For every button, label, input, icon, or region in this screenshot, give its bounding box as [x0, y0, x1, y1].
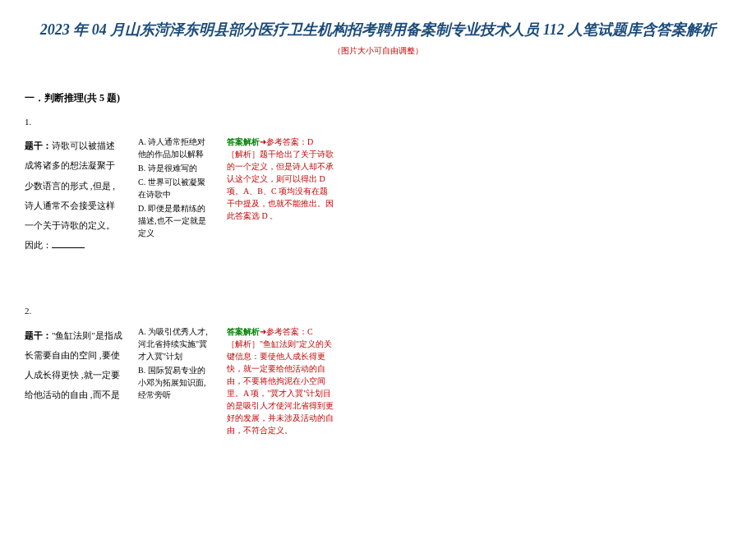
question-block: 题干："鱼缸法则"是指成长需要自由的空间 ,要使人成长得更快 ,就一定要给他活动…	[25, 325, 731, 436]
analysis-label: 答案解析	[227, 327, 260, 336]
question-stem: 题干："鱼缸法则"是指成长需要自由的空间 ,要使人成长得更快 ,就一定要给他活动…	[25, 325, 123, 405]
section-header: 一．判断推理(共 5 题)	[25, 90, 731, 106]
page-subtitle: （图片大小可自由调整）	[25, 44, 731, 58]
options-column: A. 为吸引优秀人才,河北省持续实施"冀才入冀"计划 B. 国际贸易专业的小邓为…	[138, 325, 212, 403]
analysis-label: 答案解析	[227, 137, 260, 146]
stem-text: 诗歌可以被描述成将诸多的想法凝聚于少数语言的形式 ,但是 ,诗人通常不会接受这样…	[25, 141, 115, 250]
question-stem: 题干：诗歌可以被描述成将诸多的想法凝聚于少数语言的形式 ,但是 ,诗人通常不会接…	[25, 136, 123, 255]
option-a: A. 诗人通常拒绝对他的作品加以解释	[138, 136, 212, 160]
option-b: B. 诗是很难写的	[138, 162, 212, 174]
analysis-body: ［解析］"鱼缸法则"定义的关键信息：要使他人成长得更快，就一定要给他活动的自由，…	[227, 338, 334, 436]
blank-line	[52, 238, 85, 248]
page-title: 2023 年 04 月山东菏泽东明县部分医疗卫生机构招考聘用备案制专业技术人员 …	[25, 16, 731, 43]
arrow-icon: ➜	[260, 137, 266, 146]
analysis-body: ［解析］题干给出了关于诗歌的一个定义，但是诗人却不承认这个定义，则可以得出 D …	[227, 148, 334, 222]
option-b: B. 国际贸易专业的小邓为拓展知识面,经常旁听	[138, 364, 212, 401]
stem-label: 题干：	[25, 141, 52, 150]
question-number: 1.	[25, 115, 731, 130]
option-a: A. 为吸引优秀人才,河北省持续实施"冀才入冀"计划	[138, 325, 212, 362]
option-d: D. 即便是最精练的描述,也不一定就是定义	[138, 202, 212, 239]
stem-label: 题干：	[25, 330, 52, 340]
analysis-column: 答案解析➜参考答案：D ［解析］题干给出了关于诗歌的一个定义，但是诗人却不承认这…	[227, 136, 334, 222]
answer-text: 参考答案：D	[266, 137, 313, 146]
analysis-column: 答案解析➜参考答案：C ［解析］"鱼缸法则"定义的关键信息：要使他人成长得更快，…	[227, 325, 334, 436]
answer-text: 参考答案：C	[266, 327, 313, 336]
arrow-icon: ➜	[260, 327, 266, 336]
options-column: A. 诗人通常拒绝对他的作品加以解释 B. 诗是很难写的 C. 世界可以被凝聚在…	[138, 136, 212, 241]
stem-text: "鱼缸法则"是指成长需要自由的空间 ,要使人成长得更快 ,就一定要给他活动的自由…	[25, 330, 122, 400]
question-number: 2.	[25, 304, 731, 319]
question-block: 题干：诗歌可以被描述成将诸多的想法凝聚于少数语言的形式 ,但是 ,诗人通常不会接…	[25, 136, 731, 255]
option-c: C. 世界可以被凝聚在诗歌中	[138, 176, 212, 201]
